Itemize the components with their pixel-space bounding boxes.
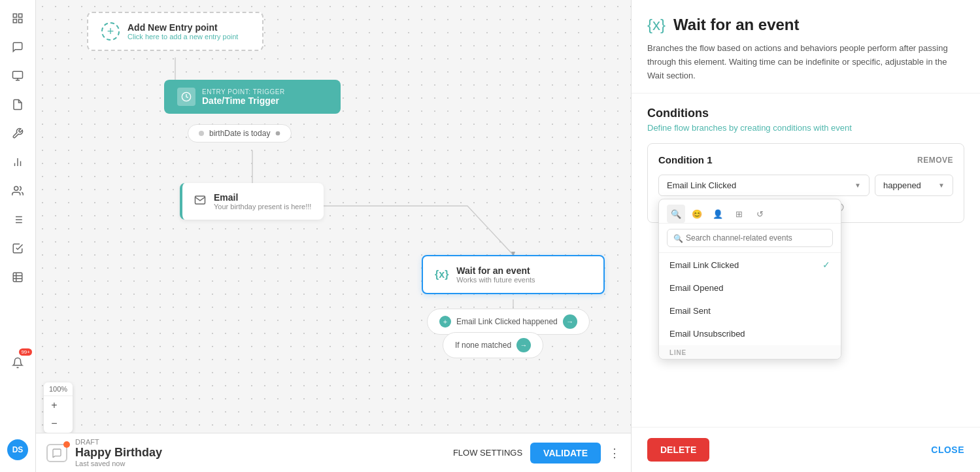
- dropdown-tab-grid[interactable]: ⊞: [730, 205, 748, 223]
- dropdown-tab-emoji[interactable]: 😊: [688, 205, 706, 223]
- happened-dropdown[interactable]: happened ▼: [875, 175, 953, 196]
- branch-happened-text: Email Link Clicked happened: [456, 317, 558, 326]
- svg-rect-2: [13, 20, 16, 23]
- validate-button[interactable]: VALIDATE: [530, 443, 601, 464]
- draft-label: DRAFT: [75, 438, 162, 446]
- dropdown-item-email-sent[interactable]: Email Sent: [659, 299, 841, 322]
- dropdown-item-email-unsubscribed[interactable]: Email Unsubscribed: [659, 322, 841, 345]
- conditions-subtitle: Define flow branches by creating conditi…: [647, 123, 964, 133]
- event-dropdown[interactable]: Email Link Clicked ▼: [658, 175, 870, 196]
- svg-rect-0: [13, 14, 16, 17]
- notification-area: 99+: [6, 351, 29, 375]
- add-entry-node[interactable]: + Add New Entry point Click here to add …: [87, 12, 263, 51]
- event-dropdown-menu: 🔍 😊 👤 ⊞ ↺ 🔍 Email Link Clicked: [658, 199, 841, 360]
- draft-icon-area: [46, 444, 67, 462]
- condition-text: birthDate is today: [209, 129, 270, 138]
- sidebar-item-pages[interactable]: [6, 93, 29, 116]
- wait-title: Wait for an event: [456, 265, 535, 276]
- branch-none[interactable]: If none matched →: [443, 332, 543, 358]
- panel-description: Branches the flow based on actions and b…: [647, 42, 964, 82]
- dropdown-search-input[interactable]: [667, 229, 833, 247]
- draft-name: Happy Birthday: [75, 446, 162, 460]
- notification-badge: 99+: [19, 348, 32, 356]
- dropdown-item-email-link-clicked[interactable]: Email Link Clicked ✓: [659, 253, 841, 277]
- svg-rect-3: [19, 20, 22, 23]
- dropdown-item-label: Email Link Clicked: [669, 260, 739, 270]
- close-button[interactable]: CLOSE: [931, 445, 964, 455]
- condition-header: Condition 1 REMOVE: [658, 154, 953, 165]
- flow-settings-button[interactable]: FLOW SETTINGS: [453, 448, 522, 458]
- panel-body: Conditions Define flow branches by creat…: [632, 93, 980, 427]
- sidebar-item-audience[interactable]: [6, 64, 29, 88]
- dropdown-tab-search[interactable]: 🔍: [667, 205, 685, 223]
- draft-status-dot: [63, 441, 70, 448]
- trigger-name: Date/Time Trigger: [202, 95, 285, 106]
- panel-header: {x} Wait for an event Branches the flow …: [632, 0, 980, 93]
- wait-subtitle: Works with future events: [456, 276, 535, 284]
- dropdown-item-label: Email Sent: [669, 306, 711, 316]
- condition-row: Email Link Clicked ▼ 🔍 😊 👤 ⊞ ↺: [658, 175, 953, 196]
- svg-rect-17: [13, 273, 22, 282]
- dropdown-search-container: 🔍: [659, 224, 841, 253]
- bottom-bar: DRAFT Happy Birthday Last saved now FLOW…: [36, 433, 631, 472]
- wait-icon: {x}: [435, 269, 448, 280]
- branch-happened[interactable]: + Email Link Clicked happened →: [427, 309, 590, 335]
- zoom-in-button[interactable]: +: [44, 396, 65, 414]
- zoom-label: 100%: [44, 382, 73, 396]
- happened-dropdown-value: happened: [883, 180, 921, 190]
- sidebar-item-checklist[interactable]: [6, 237, 29, 260]
- svg-point-26: [276, 131, 280, 136]
- sidebar-item-people[interactable]: [6, 179, 29, 203]
- remove-condition-button[interactable]: REMOVE: [917, 156, 953, 165]
- dropdown-tab-person[interactable]: 👤: [709, 205, 727, 223]
- branch-plus-icon: +: [439, 316, 451, 328]
- email-title: Email: [214, 192, 311, 203]
- dropdown-tab-refresh[interactable]: ↺: [751, 205, 769, 223]
- connectors-svg: [36, 0, 631, 472]
- sidebar-item-list[interactable]: [6, 208, 29, 231]
- panel-title-row: {x} Wait for an event: [647, 16, 964, 34]
- user-avatar[interactable]: DS: [7, 439, 28, 460]
- dropdown-item-label: Email Opened: [669, 283, 723, 293]
- sidebar-item-chart[interactable]: [6, 150, 29, 174]
- wait-node[interactable]: {x} Wait for an event Works with future …: [422, 255, 605, 294]
- condition-label: Condition 1: [658, 154, 713, 165]
- sidebar-item-grid[interactable]: [6, 7, 29, 30]
- add-entry-icon: +: [101, 22, 120, 41]
- more-options-button[interactable]: ⋮: [609, 446, 620, 460]
- branch-none-arrow: →: [516, 338, 531, 352]
- condition-pill[interactable]: birthDate is today: [188, 124, 292, 143]
- search-icon: 🔍: [673, 234, 683, 243]
- branch-happened-arrow: →: [563, 314, 577, 329]
- happened-chevron: ▼: [938, 182, 945, 189]
- dropdown-divider-line: LINE: [659, 345, 841, 359]
- canvas-area: + Add New Entry point Click here to add …: [36, 0, 631, 472]
- email-subtitle: Your birthday present is here!!!: [214, 203, 311, 211]
- event-dropdown-container: Email Link Clicked ▼ 🔍 😊 👤 ⊞ ↺: [658, 175, 870, 196]
- trigger-label: ENTRY POINT: TRIGGER: [202, 88, 285, 95]
- svg-point-10: [14, 186, 18, 190]
- dropdown-item-check: ✓: [822, 260, 830, 270]
- panel-icon: {x}: [647, 16, 666, 34]
- branch-none-text: If none matched: [455, 341, 511, 350]
- add-entry-title: Add New Entry point: [127, 22, 238, 33]
- delete-button[interactable]: DELETE: [647, 438, 709, 462]
- trigger-icon: [177, 88, 195, 106]
- event-dropdown-value: Email Link Clicked: [667, 180, 736, 190]
- right-panel: {x} Wait for an event Branches the flow …: [631, 0, 980, 472]
- panel-title: Wait for an event: [673, 16, 799, 34]
- email-node[interactable]: Email Your birthday present is here!!!: [180, 183, 324, 220]
- zoom-controls: 100% + −: [44, 382, 73, 433]
- trigger-node[interactable]: ENTRY POINT: TRIGGER Date/Time Trigger: [164, 80, 341, 114]
- svg-rect-4: [13, 71, 23, 78]
- sidebar-item-grid2[interactable]: [6, 265, 29, 289]
- dropdown-item-email-opened[interactable]: Email Opened: [659, 277, 841, 299]
- add-entry-subtitle: Click here to add a new entry point: [127, 33, 238, 41]
- sidebar-item-tools[interactable]: [6, 122, 29, 145]
- sidebar-item-message[interactable]: [6, 35, 29, 59]
- conditions-title: Conditions: [647, 107, 964, 120]
- email-icon: [194, 194, 206, 209]
- dropdown-tab-bar: 🔍 😊 👤 ⊞ ↺: [659, 199, 841, 224]
- zoom-out-button[interactable]: −: [44, 414, 65, 433]
- condition-1-box: Condition 1 REMOVE Email Link Clicked ▼ …: [647, 143, 964, 223]
